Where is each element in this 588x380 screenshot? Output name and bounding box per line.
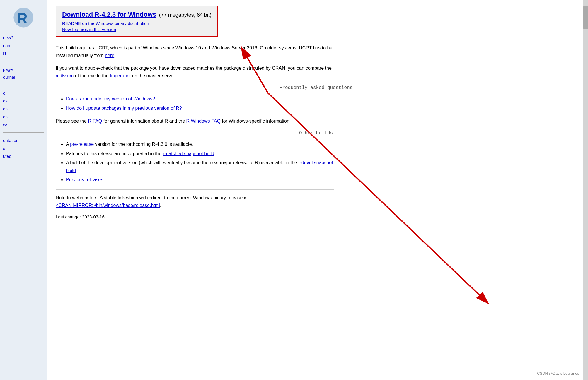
- sidebar-divider-3: [3, 132, 44, 133]
- previous-releases-link[interactable]: Previous releases: [66, 177, 103, 182]
- faq-text-2: for general information about R and the: [102, 119, 186, 124]
- build-item-2: Patches to this release are incorporated…: [66, 150, 334, 158]
- sidebar-links: new? eam R page ournal e es es es ws ent…: [0, 35, 47, 159]
- download-link[interactable]: Download R-4.2.3 for Windows: [62, 11, 156, 18]
- sidebar-item-es2[interactable]: es: [3, 106, 44, 111]
- build-3-text-after: .: [76, 168, 77, 173]
- build-2-text-before: Patches to this release are incorporated…: [66, 151, 163, 156]
- sidebar-item-r[interactable]: R: [3, 51, 44, 56]
- md5sum-link[interactable]: md5sum: [56, 73, 74, 78]
- sidebar-divider-2: [3, 85, 44, 85]
- download-size: (77 megabytes, 64 bit): [159, 12, 212, 18]
- faq-item-1: Does R run under my version of Windows?: [66, 95, 334, 103]
- faq-item-2: How do I update packages in my previous …: [66, 104, 334, 112]
- build-2-text-after: .: [214, 151, 215, 156]
- cran-mirror-link[interactable]: <CRAN MIRROR>/bin/windows/base/release.h…: [56, 203, 160, 208]
- ucrt-paragraph: This build requires UCRT, which is part …: [56, 44, 334, 59]
- build-3-text-before: A build of the development version (whic…: [66, 160, 298, 165]
- webmaster-text: Note to webmasters: A stable link which …: [56, 195, 248, 200]
- download-box: Download R-4.2.3 for Windows (77 megabyt…: [56, 6, 218, 37]
- sidebar-item-ournal[interactable]: ournal: [3, 75, 44, 80]
- sidebar-item-eam[interactable]: eam: [3, 43, 44, 48]
- sidebar-item-es3[interactable]: es: [3, 114, 44, 119]
- r-patched-link[interactable]: r-patched snapshot build: [163, 151, 214, 156]
- download-title-line: Download R-4.2.3 for Windows (77 megabyt…: [62, 11, 212, 18]
- md5-text-3: on the master server.: [131, 73, 176, 78]
- faq-para: Please see the R FAQ for general informa…: [56, 117, 334, 125]
- svg-text:R: R: [17, 10, 27, 27]
- bottom-section: Note to webmasters: A stable link which …: [56, 189, 334, 219]
- builds-list: A pre-release version for the forthcomin…: [56, 140, 334, 184]
- faq-link-1[interactable]: Does R run under my version of Windows?: [66, 96, 155, 101]
- sidebar-item-s[interactable]: s: [3, 146, 44, 151]
- build-item-1: A pre-release version for the forthcomin…: [66, 140, 334, 148]
- build-1-text-before: A: [66, 142, 70, 147]
- r-logo-svg: R: [13, 7, 34, 28]
- scrollbar[interactable]: [583, 0, 588, 380]
- build-1-text-after: version for the forthcoming R-4.3.0 is a…: [94, 142, 193, 147]
- ucrt-text-1: This build requires UCRT, which is part …: [56, 45, 332, 58]
- faq-link-2[interactable]: How do I update packages in my previous …: [66, 106, 182, 111]
- webmaster-para: Note to webmasters: A stable link which …: [56, 194, 334, 209]
- rwinsfaq-link[interactable]: R Windows FAQ: [186, 119, 221, 124]
- sidebar-item-uted[interactable]: uted: [3, 154, 44, 159]
- md5-text-2: of the exe to the: [74, 73, 110, 78]
- download-extra-links: README on the Windows binary distributio…: [62, 21, 212, 32]
- other-builds-header: Other builds: [56, 131, 576, 136]
- faq-text-1: Please see the: [56, 119, 88, 124]
- sidebar-item-page[interactable]: page: [3, 67, 44, 72]
- period: .: [160, 203, 161, 208]
- rfaq-link[interactable]: R FAQ: [88, 119, 102, 124]
- main-content: Download R-4.2.3 for Windows (77 megabyt…: [47, 0, 588, 380]
- sidebar-item-new[interactable]: new?: [3, 35, 44, 40]
- fingerprint-link[interactable]: fingerprint: [110, 73, 131, 78]
- sidebar-item-entation[interactable]: entation: [3, 138, 44, 143]
- sidebar-item-es1[interactable]: es: [3, 98, 44, 103]
- pre-release-link[interactable]: pre-release: [70, 142, 94, 147]
- md5sum-paragraph: If you want to double-check that the pac…: [56, 64, 334, 79]
- faq-text-3: for Windows-specific information.: [221, 119, 291, 124]
- scrollbar-thumb[interactable]: [583, 6, 588, 29]
- here-link[interactable]: here: [105, 53, 114, 58]
- build-item-3: A build of the development version (whic…: [66, 159, 334, 174]
- faq-header: Frequently asked questions: [56, 85, 576, 90]
- sidebar-item-ws[interactable]: ws: [3, 122, 44, 127]
- md5-text-1: If you want to double-check that the pac…: [56, 66, 332, 71]
- r-logo-container: R: [12, 6, 35, 29]
- readme-link[interactable]: README on the Windows binary distributio…: [62, 21, 212, 26]
- build-item-4: Previous releases: [66, 176, 334, 184]
- last-change: Last change: 2023-03-16: [56, 214, 334, 219]
- new-features-link[interactable]: New features in this version: [62, 27, 212, 32]
- ucrt-text-end: .: [114, 53, 115, 58]
- watermark: CSDN @Davis Lourance: [537, 371, 579, 376]
- sidebar-item-e[interactable]: e: [3, 90, 44, 95]
- sidebar-divider-1: [3, 61, 44, 61]
- faq-list: Does R run under my version of Windows? …: [56, 95, 334, 112]
- sidebar: R new? eam R page ournal e es es es ws e…: [0, 0, 47, 380]
